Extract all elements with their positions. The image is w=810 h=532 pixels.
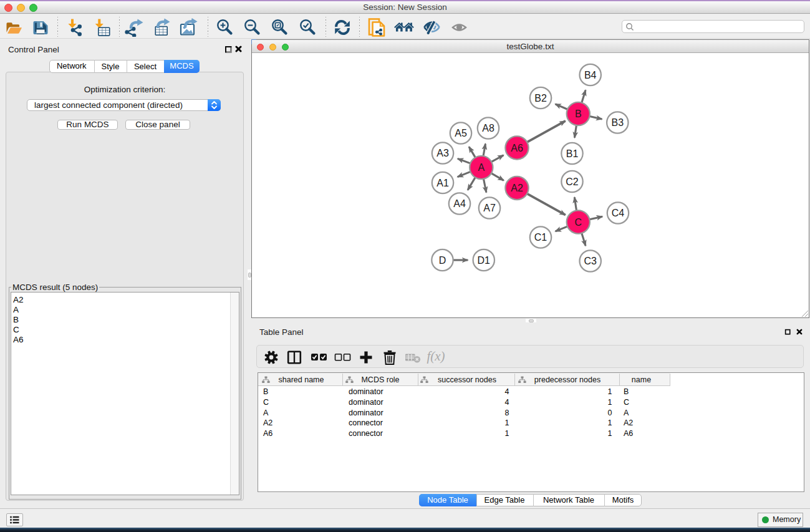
- svg-text:A4: A4: [453, 198, 466, 209]
- svg-text:B: B: [575, 109, 582, 119]
- svg-text:B2: B2: [534, 93, 547, 104]
- svg-text:C1: C1: [534, 232, 547, 243]
- svg-text:C3: C3: [584, 256, 597, 266]
- svg-text:D1: D1: [478, 255, 491, 266]
- svg-text:A1: A1: [436, 178, 449, 188]
- svg-text:A5: A5: [455, 128, 467, 138]
- svg-text:B3: B3: [612, 117, 624, 128]
- svg-text:B4: B4: [584, 70, 597, 80]
- svg-text:C4: C4: [612, 208, 625, 218]
- svg-text:C: C: [575, 217, 582, 228]
- svg-text:A3: A3: [436, 148, 449, 158]
- svg-text:A8: A8: [482, 123, 494, 133]
- svg-text:D: D: [439, 255, 446, 266]
- svg-text:A2: A2: [511, 183, 523, 193]
- svg-text:C2: C2: [566, 177, 579, 187]
- svg-text:B1: B1: [566, 148, 579, 159]
- svg-text:A: A: [478, 162, 485, 173]
- svg-text:A6: A6: [511, 143, 523, 153]
- svg-text:A7: A7: [483, 203, 496, 213]
